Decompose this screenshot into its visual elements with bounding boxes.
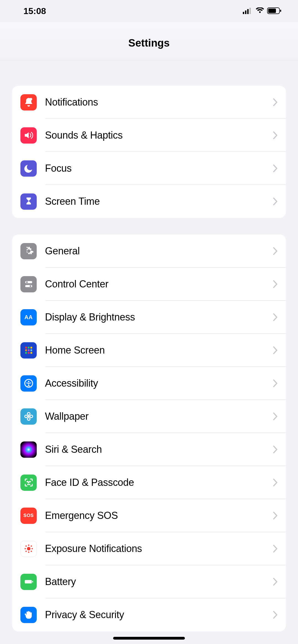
svg-point-28 [27, 481, 28, 482]
cellular-icon [243, 6, 253, 16]
row-label: Sounds & Haptics [45, 130, 273, 141]
chevron-right-icon [273, 313, 278, 321]
svg-rect-15 [25, 349, 27, 351]
svg-point-9 [26, 281, 28, 283]
battery-icon [267, 6, 281, 16]
svg-point-23 [28, 416, 29, 417]
svg-rect-3 [249, 8, 251, 14]
svg-point-34 [31, 548, 33, 549]
svg-point-7 [30, 98, 32, 101]
svg-rect-17 [30, 349, 32, 351]
svg-point-29 [30, 481, 30, 482]
row-accessibility[interactable]: Accessibility [12, 367, 286, 400]
text-size-icon: AA [20, 309, 37, 325]
moon-icon [20, 160, 37, 177]
svg-rect-2 [247, 9, 249, 14]
chevron-right-icon [273, 545, 278, 553]
wifi-icon [256, 6, 264, 16]
svg-point-38 [31, 551, 32, 552]
gear-icon [20, 243, 37, 259]
row-label: Home Screen [45, 344, 273, 356]
svg-rect-6 [280, 10, 281, 12]
row-home-screen[interactable]: Home Screen [12, 334, 286, 367]
svg-point-22 [28, 381, 29, 382]
row-faceid-passcode[interactable]: Face ID & Passcode [12, 466, 286, 499]
row-label: Display & Brightness [45, 311, 273, 323]
row-label: General [45, 245, 273, 257]
svg-rect-20 [30, 352, 32, 354]
status-indicators [243, 6, 281, 16]
chevron-right-icon [273, 611, 278, 619]
svg-point-25 [27, 418, 30, 421]
siri-icon [20, 441, 37, 458]
svg-point-32 [28, 551, 29, 553]
flower-icon [20, 408, 37, 425]
svg-rect-19 [28, 352, 29, 354]
chevron-right-icon [273, 165, 278, 172]
row-battery[interactable]: Battery [12, 565, 286, 598]
svg-point-30 [27, 547, 30, 551]
faceid-icon [20, 475, 37, 491]
row-focus[interactable]: Focus [12, 152, 286, 185]
row-sounds-haptics[interactable]: Sounds & Haptics [12, 119, 286, 152]
toggles-icon [20, 276, 37, 292]
accessibility-icon [20, 375, 37, 392]
svg-rect-14 [30, 347, 32, 348]
svg-point-24 [27, 413, 30, 415]
svg-rect-5 [268, 9, 276, 13]
apps-grid-icon [20, 342, 37, 359]
svg-point-31 [28, 545, 29, 546]
row-control-center[interactable]: Control Center [12, 268, 286, 301]
chevron-right-icon [273, 479, 278, 486]
row-wallpaper[interactable]: Wallpaper [12, 400, 286, 433]
chevron-right-icon [273, 446, 278, 453]
status-time: 15:08 [23, 6, 46, 16]
aa-text: AA [25, 314, 33, 320]
chevron-right-icon [273, 512, 278, 519]
row-label: Privacy & Security [45, 609, 273, 621]
chevron-right-icon [273, 198, 278, 205]
svg-rect-39 [25, 580, 31, 584]
bell-icon [20, 94, 37, 111]
svg-rect-12 [25, 347, 27, 348]
svg-rect-16 [28, 349, 29, 351]
row-label: Wallpaper [45, 411, 273, 422]
home-indicator[interactable] [113, 637, 185, 640]
sos-text: SOS [23, 513, 34, 518]
row-label: Battery [45, 576, 273, 588]
exposure-icon [20, 541, 37, 557]
row-display-brightness[interactable]: AA Display & Brightness [12, 301, 286, 334]
svg-point-36 [31, 545, 32, 547]
svg-point-27 [30, 415, 33, 418]
row-label: Focus [45, 163, 273, 174]
svg-point-37 [25, 551, 27, 552]
row-privacy-security[interactable]: Privacy & Security [12, 598, 286, 631]
svg-point-35 [25, 545, 27, 547]
chevron-right-icon [273, 131, 278, 139]
svg-rect-40 [32, 581, 33, 583]
row-label: Emergency SOS [45, 510, 273, 521]
battery-row-icon [20, 574, 37, 590]
row-exposure-notifications[interactable]: Exposure Notifications [12, 532, 286, 565]
hourglass-icon [20, 193, 37, 210]
row-siri-search[interactable]: Siri & Search [12, 433, 286, 466]
chevron-right-icon [273, 247, 278, 255]
sos-icon: SOS [20, 508, 37, 524]
settings-group-general: General Control Center AA Display & Brig… [12, 235, 286, 631]
row-label: Accessibility [45, 378, 273, 389]
row-notifications[interactable]: Notifications [12, 86, 286, 119]
svg-point-33 [24, 548, 26, 549]
speaker-icon [20, 127, 37, 144]
chevron-right-icon [273, 98, 278, 106]
row-emergency-sos[interactable]: SOS Emergency SOS [12, 499, 286, 532]
chevron-right-icon [273, 346, 278, 354]
row-general[interactable]: General [12, 235, 286, 268]
row-screen-time[interactable]: Screen Time [12, 185, 286, 218]
svg-rect-0 [243, 12, 244, 14]
svg-rect-1 [245, 10, 246, 14]
status-bar: 15:08 [0, 0, 298, 22]
svg-point-26 [25, 415, 27, 418]
page-title: Settings [0, 22, 298, 60]
row-label: Exposure Notifications [45, 543, 273, 554]
row-label: Control Center [45, 278, 273, 290]
